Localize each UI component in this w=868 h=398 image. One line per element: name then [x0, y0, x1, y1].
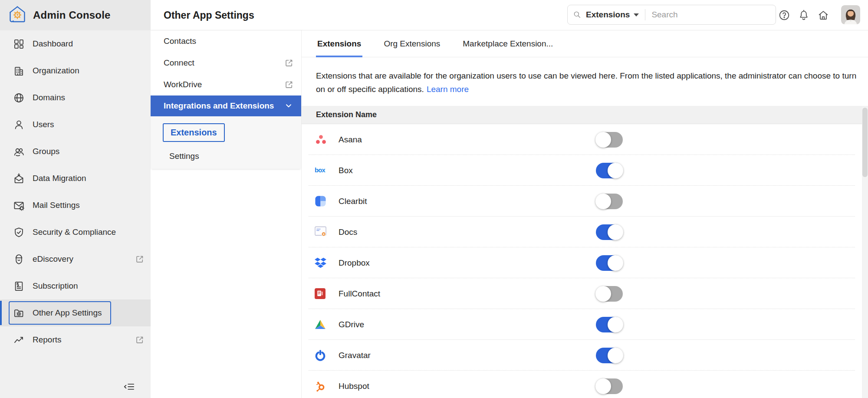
table-header: Extension Name [302, 106, 868, 124]
sidebar-item-label: Mail Settings [33, 201, 80, 210]
subnav-item-label: Connect [164, 58, 194, 68]
bell-icon[interactable] [798, 9, 810, 21]
zoho-admin-logo-icon [8, 5, 27, 26]
toggle-knob [595, 194, 611, 209]
docs-logo [315, 226, 329, 239]
vertical-scrollbar[interactable] [862, 107, 868, 398]
extension-row-asana: Asana [302, 124, 868, 155]
gravatar-logo [315, 349, 329, 362]
toggle-knob [608, 224, 623, 240]
search-scope-label: Extensions [586, 10, 630, 20]
search-input[interactable] [651, 10, 770, 20]
svg-text:box: box [315, 167, 326, 174]
sidebar-item-label: eDiscovery [33, 254, 73, 264]
toggle-knob [608, 163, 623, 178]
toggle-asana[interactable] [596, 132, 623, 148]
extension-name: Gravatar [339, 351, 371, 360]
sidebar-item-mail-settings[interactable]: Mail Settings [0, 192, 151, 219]
learn-more-link[interactable]: Learn more [427, 85, 469, 94]
subnav-item-label: WorkDrive [164, 80, 202, 89]
toggle-fullcontact[interactable] [596, 286, 623, 302]
toggle-clearbit[interactable] [596, 194, 623, 209]
toggle-dropbox[interactable] [596, 255, 623, 271]
main-content: ExtensionsOrg ExtensionsMarketplace Exte… [302, 30, 868, 398]
subnav-item-connect[interactable]: Connect [151, 52, 301, 74]
collapse-sidebar-icon[interactable] [123, 381, 135, 393]
sidebar-item-reports[interactable]: Reports [0, 326, 151, 353]
extension-name: Clearbit [339, 197, 367, 206]
submenu-item-settings[interactable]: Settings [151, 151, 301, 161]
groups-icon [13, 146, 25, 158]
topbar: Other App Settings Extensions [151, 0, 868, 30]
reports-icon [13, 334, 25, 346]
sidebar-item-ediscovery[interactable]: eDiscovery [0, 246, 151, 273]
sidebar-item-security-compliance[interactable]: Security & Compliance [0, 219, 151, 246]
search-box[interactable]: Extensions [567, 5, 776, 25]
sidebar-item-domains[interactable]: Domains [0, 84, 151, 111]
sidebar-item-label: Security & Compliance [33, 227, 116, 237]
admin-console-app: Admin Console DashboardOrganizationDomai… [0, 0, 868, 398]
extension-name: GDrive [339, 320, 364, 329]
toggle-box[interactable] [596, 163, 623, 178]
toggle-gdrive[interactable] [596, 317, 623, 332]
sidebar-item-users[interactable]: Users [0, 111, 151, 138]
box-logo: box [315, 164, 329, 177]
sidebar-item-label: Dashboard [33, 39, 73, 49]
submenu-item-extensions-selected[interactable]: Extensions [163, 123, 225, 142]
sidebar-item-label: Reports [33, 335, 62, 345]
chevron-down-caret [634, 13, 639, 16]
description: Extensions that are available for the or… [316, 69, 858, 96]
tab-org-extensions[interactable]: Org Extensions [384, 30, 440, 57]
extension-name: Asana [339, 135, 362, 145]
subscription-icon [13, 280, 25, 292]
sidebar-item-label: Organization [33, 66, 79, 76]
subnav-item-integrations-and-extensions[interactable]: Integrations and Extensions [151, 95, 301, 116]
sidebar-nav: DashboardOrganizationDomainsUsersGroupsD… [0, 30, 151, 353]
sidebar-item-label: Domains [33, 93, 65, 102]
search-scope-dropdown[interactable]: Extensions [586, 10, 639, 20]
subnav-item-label: Contacts [164, 36, 196, 46]
extension-name: Box [339, 166, 353, 175]
sidebar-item-dashboard[interactable]: Dashboard [0, 30, 151, 57]
toggle-hubspot[interactable] [596, 378, 623, 394]
sidebar-item-label: Subscription [33, 281, 78, 291]
extension-name: FullContact [339, 289, 380, 299]
brand-header[interactable]: Admin Console [0, 0, 151, 30]
organization-icon [13, 65, 25, 77]
sidebar-item-groups[interactable]: Groups [0, 138, 151, 165]
toggle-knob [608, 317, 623, 332]
users-icon [13, 119, 25, 131]
home-icon[interactable] [817, 9, 829, 21]
sidebar-item-organization[interactable]: Organization [0, 57, 151, 84]
subnav-item-contacts[interactable]: Contacts [151, 30, 301, 52]
tab-extensions[interactable]: Extensions [317, 30, 361, 57]
hubspot-logo [315, 380, 329, 393]
search-icon [573, 10, 582, 19]
scrollbar-thumb[interactable] [862, 108, 868, 177]
sidebar-item-other-app-settings[interactable]: Other App Settings [0, 299, 151, 326]
toggle-gravatar[interactable] [596, 348, 623, 363]
toggle-knob [595, 132, 611, 148]
extension-row-fullcontact: FullContact [302, 278, 868, 309]
ediscovery-icon [13, 253, 25, 265]
toggle-knob [595, 286, 611, 302]
external-link-icon [135, 255, 144, 263]
extension-row-clearbit: Clearbit [302, 186, 868, 217]
extension-row-docs: Docs [302, 217, 868, 247]
subnav-submenu: ExtensionsSettings [151, 116, 301, 169]
sidebar-item-data-migration[interactable]: Data Migration [0, 165, 151, 192]
user-avatar[interactable] [841, 5, 860, 24]
external-link-icon [135, 336, 144, 344]
clearbit-logo [315, 195, 329, 208]
toggle-docs[interactable] [596, 224, 623, 240]
subnav-panel: ContactsConnectWorkDriveIntegrations and… [151, 30, 302, 398]
mail-settings-icon [13, 200, 25, 211]
help-icon[interactable] [778, 9, 790, 21]
subnav-item-workdrive[interactable]: WorkDrive [151, 74, 301, 95]
extension-name-column-header: Extension Name [316, 110, 377, 119]
fullcontact-logo [315, 287, 329, 300]
subnav-list: ContactsConnectWorkDriveIntegrations and… [151, 30, 301, 116]
tab-marketplace-extension[interactable]: Marketplace Extension... [463, 30, 553, 57]
data-migration-icon [13, 173, 25, 184]
sidebar-item-subscription[interactable]: Subscription [0, 273, 151, 299]
